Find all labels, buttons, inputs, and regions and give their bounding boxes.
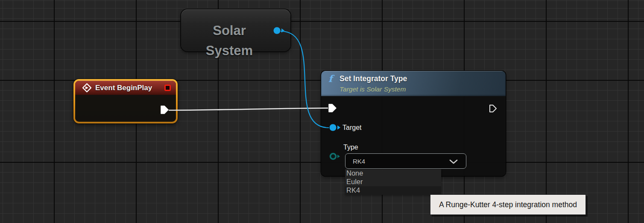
solar-system-output-pin[interactable]: [273, 27, 285, 34]
tooltip: A Runge-Kutter 4-step integration method: [430, 194, 586, 215]
event-beginplay-node[interactable]: Event BeginPlay: [73, 79, 178, 123]
event-beginplay-header[interactable]: Event BeginPlay: [75, 81, 176, 95]
event-beginplay-body: [75, 95, 176, 120]
set-integrator-type-title: Set Integrator Type: [340, 74, 407, 83]
type-value-selected: RK4: [353, 158, 365, 165]
setintegrator-exec-output-pin[interactable]: [488, 104, 498, 113]
solar-system-node[interactable]: Solar System: [181, 9, 290, 51]
type-pin-label: Type: [343, 144, 358, 151]
blueprint-graph-canvas[interactable]: Solar System Event BeginPlay: [0, 0, 644, 223]
event-beginplay-node-inner: Event BeginPlay: [75, 81, 176, 122]
dropdown-option-euler[interactable]: Euler: [345, 178, 441, 186]
solar-system-title-line1: Solar: [181, 21, 278, 41]
type-value-dropdown[interactable]: RK4: [345, 153, 466, 169]
set-integrator-type-subtitle: Target is Solar System: [340, 85, 406, 93]
exec-wire-beginplay-to-setintegrator[interactable]: [169, 108, 328, 110]
type-input-pin[interactable]: [329, 153, 341, 160]
type-dropdown-menu: None Euler RK4: [345, 169, 441, 195]
chevron-down-icon: [449, 159, 458, 164]
dropdown-option-none[interactable]: None: [345, 169, 441, 178]
set-integrator-type-node[interactable]: f Set Integrator Type Target is Solar Sy…: [321, 71, 506, 176]
set-integrator-type-header[interactable]: f Set Integrator Type Target is Solar Sy…: [321, 71, 506, 96]
solar-system-title-line2: System: [181, 41, 278, 61]
setintegrator-exec-input-pin[interactable]: [328, 103, 338, 113]
beginplay-exec-output-pin[interactable]: [160, 105, 170, 114]
event-diamond-icon: [82, 83, 92, 93]
target-pin-label: Target: [342, 124, 361, 132]
dropdown-option-rk4[interactable]: RK4: [345, 186, 441, 195]
event-beginplay-title: Event BeginPlay: [95, 84, 152, 92]
solar-system-node-title: Solar System: [181, 21, 278, 61]
function-f-icon: f: [328, 73, 332, 84]
delegate-output-pin[interactable]: [164, 85, 171, 91]
target-input-pin[interactable]: [329, 124, 341, 131]
